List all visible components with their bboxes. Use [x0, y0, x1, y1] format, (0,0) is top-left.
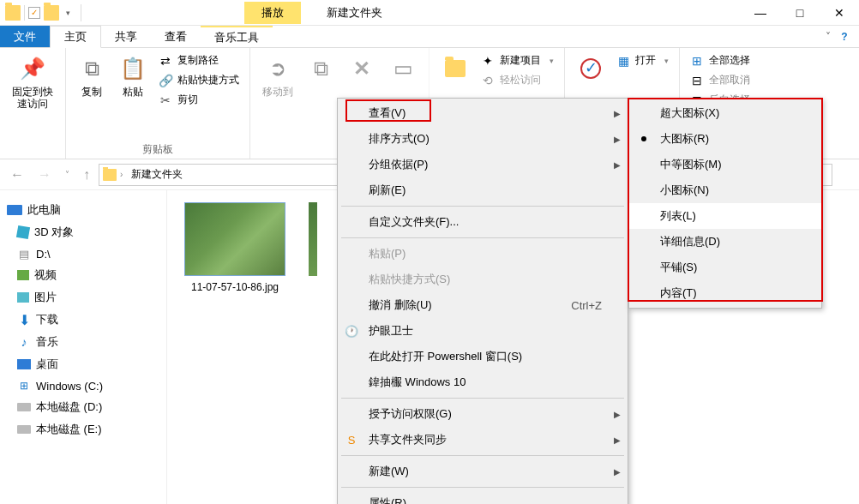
drive-icon: ▤ — [17, 247, 31, 261]
move-to-button[interactable]: ➲ 移动到 — [257, 51, 298, 157]
tree-item-d-drive[interactable]: ▤D:\ — [5, 243, 161, 264]
ribbon-expand-icon[interactable]: ˅ — [818, 26, 838, 47]
open-button[interactable]: ▦打开▾ — [613, 51, 672, 69]
tree-item-local-e[interactable]: 本地磁盘 (E:) — [5, 418, 161, 441]
desktop-icon — [17, 359, 31, 369]
cut-button[interactable]: ✂剪切 — [155, 91, 243, 109]
easy-access-button[interactable]: ⟲轻松访问 — [478, 71, 557, 89]
chevron-right-icon[interactable]: › — [120, 170, 123, 179]
paste-shortcut-button[interactable]: 🔗粘贴快捷方式 — [155, 71, 243, 89]
tree-item-this-pc[interactable]: 此电脑 — [5, 199, 161, 221]
menu-item-details[interactable]: 详细信息(D) — [629, 229, 821, 255]
check-circle-icon — [577, 55, 604, 82]
thumbnail-image — [184, 202, 285, 276]
menu-separator — [341, 237, 624, 238]
ribbon-tab-strip: 文件 主页 共享 查看 音乐工具 ˅ ? — [0, 26, 859, 48]
tab-share[interactable]: 共享 — [101, 26, 151, 47]
nav-forward-button[interactable]: → — [34, 165, 55, 184]
menu-item-grant-access[interactable]: 授予访问权限(G)▶ — [338, 401, 628, 427]
menu-item-paste: 粘贴(P) — [338, 241, 628, 267]
paste-icon: 📋 — [119, 55, 147, 82]
deselect-button[interactable]: ⊟全部取消 — [687, 71, 754, 89]
chevron-right-icon: ▶ — [614, 467, 621, 477]
music-icon: ♪ — [17, 335, 31, 349]
tree-item-music[interactable]: ♪音乐 — [5, 331, 161, 353]
contextual-tab-play: 播放 — [244, 2, 301, 24]
check-icon[interactable]: ✓ — [28, 7, 40, 19]
menu-item-sort[interactable]: 排序方式(O)▶ — [338, 126, 628, 152]
menu-item-group[interactable]: 分组依据(P)▶ — [338, 152, 628, 177]
tree-item-local-d[interactable]: 本地磁盘 (D:) — [5, 396, 161, 418]
nav-history-dropdown[interactable]: ˅ — [62, 168, 73, 181]
tab-view[interactable]: 查看 — [151, 26, 201, 47]
chevron-right-icon: ▶ — [614, 109, 621, 118]
file-thumbnail[interactable]: 11-07-57-10-86.jpg — [179, 202, 291, 295]
tree-item-windows-c[interactable]: ⊞Windows (C:) — [5, 375, 161, 396]
folder-icon[interactable] — [5, 5, 21, 21]
new-item-button[interactable]: ✦新建项目▾ — [478, 51, 557, 69]
image-icon — [17, 292, 29, 303]
menu-item-sync-folder[interactable]: S共享文件夹同步▶ — [338, 427, 628, 453]
menu-item-undo-delete[interactable]: 撤消 删除(U)Ctrl+Z — [338, 292, 628, 318]
new-item-icon: ✦ — [481, 54, 495, 68]
shortcut-icon: 🔗 — [159, 74, 172, 87]
navigation-tree: 此电脑 3D 对象 ▤D:\ 视频 图片 ⬇下载 ♪音乐 桌面 ⊞Windows… — [0, 190, 167, 504]
qat-dropdown-icon[interactable]: ▾ — [63, 9, 74, 17]
title-bar: ✓ ▾ 播放 新建文件夹 — □ ✕ — [0, 0, 859, 26]
tree-item-3d-objects[interactable]: 3D 对象 — [5, 221, 161, 243]
menu-item-windows10[interactable]: 鍏抽棴 Windows 10 — [338, 369, 628, 395]
select-all-button[interactable]: ⊞全部选择 — [687, 51, 754, 69]
nav-back-button[interactable]: ← — [7, 165, 27, 184]
menu-item-small-icons[interactable]: 小图标(N) — [629, 177, 821, 203]
menu-item-refresh[interactable]: 刷新(E) — [338, 177, 628, 203]
close-button[interactable]: ✕ — [820, 0, 859, 26]
tree-item-desktop[interactable]: 桌面 — [5, 353, 161, 375]
breadcrumb-segment[interactable]: 新建文件夹 — [126, 165, 188, 183]
tree-item-downloads[interactable]: ⬇下载 — [5, 309, 161, 331]
pin-icon: 📌 — [19, 55, 46, 82]
minimize-button[interactable]: — — [741, 0, 780, 26]
chevron-right-icon: ▶ — [614, 135, 621, 144]
copy-path-button[interactable]: ⇄复制路径 — [155, 51, 243, 69]
paste-button[interactable]: 📋 粘贴 — [114, 51, 152, 141]
folder-icon[interactable] — [44, 5, 59, 21]
menu-item-list[interactable]: 列表(L) — [629, 203, 821, 229]
menu-item-large-icons[interactable]: 大图标(R) — [629, 126, 821, 152]
nav-up-button[interactable]: ↑ — [80, 165, 93, 184]
menu-item-eye-guard[interactable]: 🕐护眼卫士 — [338, 318, 628, 344]
menu-item-content[interactable]: 内容(T) — [629, 280, 821, 306]
chevron-right-icon: ▶ — [614, 410, 621, 419]
help-icon[interactable]: ? — [838, 26, 859, 47]
thumbnail-image — [309, 202, 317, 276]
tree-item-videos[interactable]: 视频 — [5, 264, 161, 286]
menu-item-customize[interactable]: 自定义文件夹(F)... — [338, 209, 628, 235]
menu-item-view[interactable]: 查看(V)▶ — [338, 100, 628, 126]
tab-music-tools[interactable]: 音乐工具 — [201, 26, 273, 47]
maximize-button[interactable]: □ — [780, 0, 820, 26]
tab-file[interactable]: 文件 — [0, 26, 50, 47]
copy-icon: ⧉ — [78, 55, 105, 82]
video-icon — [17, 270, 29, 280]
file-thumbnail-partial[interactable] — [308, 202, 318, 276]
menu-item-medium-icons[interactable]: 中等图标(M) — [629, 152, 821, 177]
copy-button[interactable]: ⧉ 复制 — [73, 51, 111, 141]
menu-item-powershell[interactable]: 在此处打开 Powershell 窗口(S) — [338, 344, 628, 369]
tree-item-pictures[interactable]: 图片 — [5, 286, 161, 309]
path-icon: ⇄ — [159, 54, 172, 68]
window-controls: — □ ✕ — [741, 0, 859, 26]
menu-item-extra-large-icons[interactable]: 超大图标(X) — [629, 100, 821, 126]
pin-quick-access-button[interactable]: 📌 固定到快 速访问 — [7, 51, 58, 157]
menu-item-tiles[interactable]: 平铺(S) — [629, 255, 821, 280]
group-label-clipboard: 剪贴板 — [73, 141, 243, 157]
copy-to-button[interactable]: ⧉ — [302, 51, 339, 157]
context-menu-main: 查看(V)▶ 排序方式(O)▶ 分组依据(P)▶ 刷新(E) 自定义文件夹(F)… — [337, 98, 628, 504]
copy-to-icon: ⧉ — [307, 55, 334, 82]
download-icon: ⬇ — [17, 313, 31, 327]
drive-icon — [17, 403, 31, 411]
menu-separator — [341, 206, 624, 207]
tab-home[interactable]: 主页 — [50, 26, 101, 48]
sync-icon: S — [345, 433, 358, 447]
menu-item-new[interactable]: 新建(W)▶ — [338, 459, 628, 484]
menu-item-properties[interactable]: 属性(R) — [338, 490, 628, 504]
folder-icon — [103, 169, 117, 181]
